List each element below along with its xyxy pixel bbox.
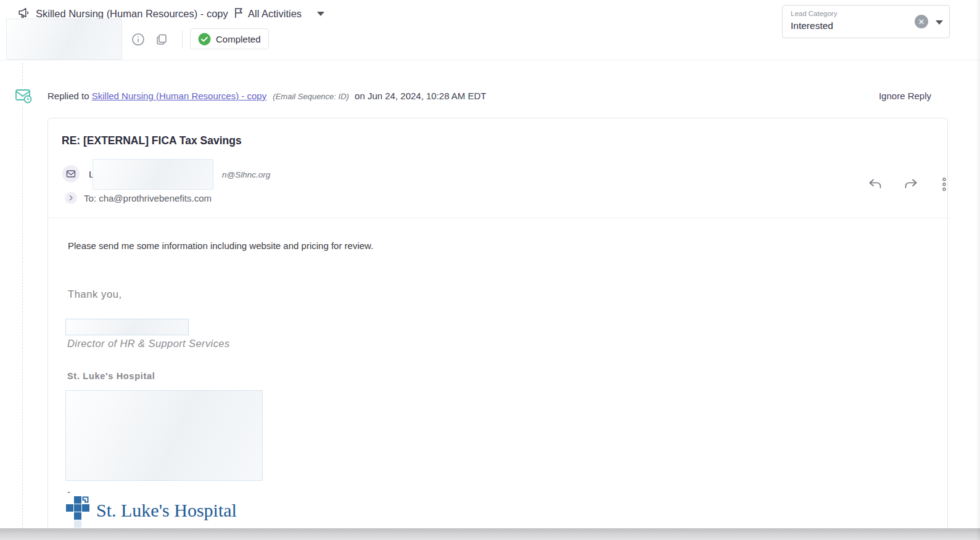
activity-sequence-link[interactable]: Skilled Nursing (Human Resources) - copy: [92, 91, 266, 101]
status-badge[interactable]: Completed: [190, 28, 269, 49]
signature-company: St. Luke's Hospital: [67, 371, 155, 381]
activity-timestamp: on Jun 24, 2024, 10:28 AM EDT: [355, 91, 486, 101]
email-from-address: n@Slhnc.org: [222, 170, 270, 179]
app-window: Skilled Nursing (Human Resources) - copy…: [0, 0, 980, 540]
ignore-reply-button[interactable]: Ignore Reply: [879, 91, 931, 101]
status-badge-label: Completed: [216, 34, 261, 44]
lead-category-label: Lead Category: [791, 10, 837, 17]
email-body: Please send me some information includin…: [68, 240, 373, 251]
mail-icon: [62, 165, 80, 182]
window-shadow-right: [976, 0, 980, 540]
lead-category-value: Interested: [791, 20, 833, 31]
check-circle-icon: [198, 33, 211, 46]
more-options-icon[interactable]: [936, 177, 952, 193]
info-icon[interactable]: [131, 33, 145, 46]
activities-caret-icon[interactable]: [317, 12, 324, 16]
topbar-divider: [0, 60, 980, 60]
redacted-signature-block: [65, 390, 263, 481]
hospital-cross-icon: [66, 496, 91, 528]
signature-closing: Thank you,: [68, 288, 122, 300]
email-subject: RE: [EXTERNAL] FICA Tax Savings: [62, 134, 242, 147]
copy-icon[interactable]: [155, 33, 168, 46]
expand-chevron-icon[interactable]: [65, 192, 77, 204]
redacted-panel: [6, 18, 122, 60]
toolbar-divider: [182, 30, 183, 49]
email-to: To: cha@prothrivebenefits.com: [84, 193, 212, 203]
lead-category-caret-icon[interactable]: [936, 20, 943, 25]
email-header: RE: [EXTERNAL] FICA Tax Savings L n@Slhn…: [48, 118, 947, 218]
signature-role: Director of HR & Support Services: [67, 338, 230, 350]
email-card: RE: [EXTERNAL] FICA Tax Savings L n@Slhn…: [47, 118, 948, 540]
lead-category-select[interactable]: Lead Category Interested ✕: [782, 5, 950, 38]
flag-icon: [233, 7, 244, 22]
redacted-sender-name: [93, 159, 213, 190]
activity-prefix: Replied to: [47, 91, 89, 101]
redacted-signature-name: [65, 319, 189, 335]
activities-filter[interactable]: All Activities: [248, 8, 302, 20]
forward-icon[interactable]: [903, 176, 919, 192]
reply-icon[interactable]: [867, 176, 883, 192]
hospital-logo: St. Luke's Hospital: [66, 496, 237, 528]
timeline-dashed-line: [22, 63, 23, 528]
activity-summary: Replied to Skilled Nursing (Human Resour…: [47, 91, 487, 101]
lead-category-clear-icon[interactable]: ✕: [915, 15, 928, 28]
window-shadow-bottom: [0, 528, 980, 540]
hospital-logo-text: St. Luke's Hospital: [96, 500, 237, 521]
activity-meta: (Email Sequence: ID): [273, 92, 349, 101]
replied-email-icon: [14, 86, 33, 105]
